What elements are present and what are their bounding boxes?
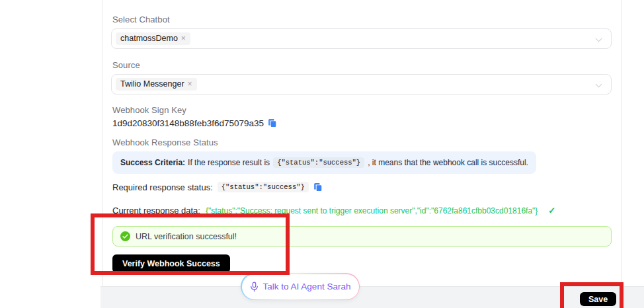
- current-response-row: Current response data: {"status":"Succes…: [112, 206, 555, 215]
- close-icon[interactable]: ×: [181, 34, 186, 44]
- verify-webhook-button[interactable]: Verify Webhook Success: [112, 254, 230, 273]
- success-criteria-infobox: Success Criteria: If the response result…: [112, 151, 536, 174]
- chatbot-select[interactable]: chatmossDemo ×: [111, 28, 612, 49]
- current-response-value: {"status":"Success: request sent to trig…: [206, 206, 538, 215]
- source-tag-label: Twilio Messenger: [120, 79, 184, 89]
- criteria-bold-text: Success Criteria:: [120, 158, 185, 167]
- sign-key-row: 1d9d20830f3148b88feb3f6d75079a35: [112, 118, 277, 128]
- sign-key-label: Webhook Sign Key: [112, 105, 186, 115]
- current-response-label: Current response data:: [112, 206, 200, 215]
- chatbot-tag-label: chatmossDemo: [120, 34, 178, 44]
- microphone-icon: [250, 282, 259, 292]
- criteria-code-chip: {"status":"success"}: [273, 157, 364, 168]
- sign-key-value: 1d9d20830f3148b88feb3f6d75079a35: [112, 118, 264, 128]
- close-icon[interactable]: ×: [188, 79, 192, 89]
- talk-agent-pill-border: Talk to AI Agent Sarah: [241, 273, 360, 300]
- response-status-label: Webhook Response Status: [112, 137, 218, 147]
- save-button[interactable]: Save: [580, 292, 616, 306]
- verification-success-alert: URL verification successful!: [112, 226, 612, 247]
- panel-right-border: [621, 0, 622, 286]
- chevron-down-icon[interactable]: [596, 82, 602, 87]
- source-field-label: Source: [112, 60, 140, 70]
- source-select[interactable]: Twilio Messenger ×: [111, 74, 612, 95]
- chevron-down-icon[interactable]: [596, 36, 602, 42]
- check-icon: ✓: [548, 206, 555, 215]
- footer-bar: [101, 286, 644, 308]
- copy-icon[interactable]: [313, 182, 323, 192]
- required-status-row: Required response status: {"status":"suc…: [112, 182, 323, 192]
- copy-icon[interactable]: [268, 118, 277, 128]
- required-status-label: Required response status:: [112, 182, 213, 192]
- check-circle-icon: [120, 231, 130, 241]
- chatbot-field-label: Select Chatbot: [112, 15, 170, 24]
- chatbot-selected-tag: chatmossDemo ×: [116, 32, 190, 45]
- panel-left-border: [102, 0, 102, 286]
- criteria-pre-text: If the response result is: [188, 158, 270, 167]
- talk-agent-button[interactable]: Talk to AI Agent Sarah: [242, 274, 359, 299]
- talk-agent-label: Talk to AI Agent Sarah: [263, 282, 351, 291]
- verification-alert-text: URL verification successful!: [136, 232, 237, 241]
- criteria-post-text: , it means that the webhook call is succ…: [368, 158, 528, 167]
- source-selected-tag: Twilio Messenger ×: [116, 78, 197, 91]
- required-status-code-chip: {"status":"success"}: [218, 182, 309, 192]
